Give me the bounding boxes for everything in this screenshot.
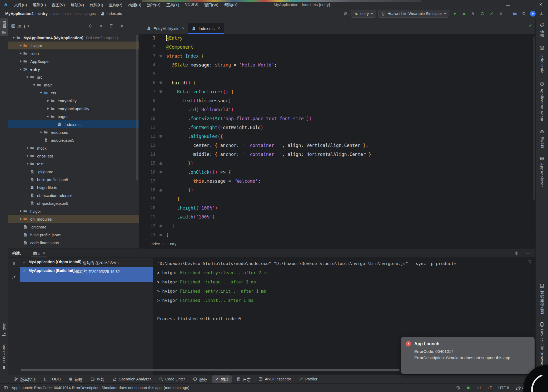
device-select[interactable]: Huawei Lite Wearable Simulator	[378, 10, 449, 18]
line-number[interactable]: 12	[139, 134, 155, 139]
tree-item-index.ets[interactable]: ETSIndex.ets	[8, 120, 139, 128]
build-run-item[interactable]: ✓MyApplication [Build Init]: 成功的 在2026/3…	[20, 267, 153, 282]
line-number[interactable]: 14	[139, 152, 155, 157]
tree-item-ets[interactable]: ets	[8, 89, 139, 97]
line-number[interactable]: 7	[139, 89, 155, 94]
sidebar-item-eye[interactable]: 预览器	[539, 129, 545, 148]
device-folder-button[interactable]	[511, 10, 518, 17]
line-number[interactable]: 8	[139, 98, 155, 103]
sidebar-item-bookmark[interactable]: Bookmarks	[2, 343, 6, 370]
toolwindow-button-服务[interactable]: 服务	[190, 375, 210, 383]
menu-item[interactable]: 编辑(E)	[30, 1, 49, 8]
tab-sync[interactable]: 同步 ×	[32, 249, 46, 257]
square-button[interactable]	[11, 260, 17, 267]
chevron-right-icon[interactable]	[18, 207, 23, 215]
sidebar-item-phone[interactable]: Device File Browser	[540, 322, 544, 367]
toolwindow-button-profiler[interactable]: Profiler	[296, 376, 320, 382]
chevron-right-icon[interactable]	[18, 215, 23, 223]
file-encoding[interactable]: UTF-8	[498, 386, 509, 390]
chevron-right-icon[interactable]	[39, 128, 44, 136]
caret-position[interactable]: 1:1	[476, 386, 481, 390]
close-button[interactable]: ×	[539, 2, 543, 7]
breadcrumb-item[interactable]: MyApplication4	[5, 12, 33, 16]
menu-item[interactable]: 文件(F)	[11, 1, 30, 8]
sidebar-item-codegenie[interactable]: GCodeGenie	[539, 45, 545, 74]
tree-item-test[interactable]: test	[8, 160, 139, 168]
floating-assistant-button[interactable]	[523, 365, 548, 392]
chevron-down-icon[interactable]	[27, 26, 29, 27]
tree-item-entryability[interactable]: entryability	[8, 97, 139, 105]
line-number[interactable]: 2	[139, 45, 155, 49]
chevron-right-icon[interactable]	[25, 144, 30, 152]
fold-marker-icon[interactable]	[155, 233, 166, 236]
toolwindow-button-问题[interactable]: 问题	[66, 375, 86, 383]
tree-item-.gitignore[interactable]: .gitignore	[8, 223, 139, 231]
fold-marker-icon[interactable]	[155, 171, 166, 174]
line-number[interactable]: 3	[139, 54, 155, 58]
bug-button[interactable]	[461, 10, 467, 17]
breadcrumb-item[interactable]: ets	[76, 12, 81, 16]
tree-item-pages[interactable]: pages	[8, 113, 139, 120]
console-horizontal-scrollbar[interactable]	[21, 369, 400, 371]
line-number[interactable]: 15	[139, 161, 155, 166]
play-button[interactable]	[451, 10, 458, 17]
project-scrollbar[interactable]	[136, 35, 138, 181]
tab-index-ets[interactable]: ETSIndex.ets×	[188, 23, 223, 34]
line-number[interactable]: 17	[139, 179, 155, 184]
collapseall-button[interactable]	[108, 23, 115, 29]
stop-button[interactable]	[497, 10, 504, 17]
tree-item-appscope[interactable]: AppScope	[8, 57, 139, 65]
line-number[interactable]: 23	[139, 232, 155, 237]
code-editor[interactable]: 1@Entry2@Component3struct Index {4 @Stat…	[139, 34, 531, 239]
tree-item-.hvigor[interactable]: .hvigor	[8, 42, 139, 49]
avatar-button[interactable]	[538, 10, 545, 17]
chevron-down-icon[interactable]	[32, 81, 37, 89]
toolwindow-button-终端[interactable]: 终端	[88, 375, 107, 383]
tree-item-.gitignore[interactable]: .gitignore	[8, 168, 139, 176]
hide-button[interactable]	[129, 23, 136, 29]
tree-item-code-linter.json5[interactable]: code-linter.json5	[8, 239, 139, 247]
build-run-button[interactable]	[488, 10, 495, 17]
fold-marker-icon[interactable]	[155, 162, 166, 165]
chevron-right-icon[interactable]	[18, 42, 23, 49]
tree-item-oh-package.json5[interactable]: oh-package.json5	[8, 199, 139, 207]
fold-marker-icon[interactable]	[155, 90, 166, 93]
breadcrumb-item[interactable]: Entry	[167, 242, 176, 246]
tree-item-module.json5[interactable]: module.json5	[8, 136, 139, 144]
chevron-down-icon[interactable]	[46, 113, 51, 120]
line-number[interactable]: 4	[139, 63, 155, 67]
fold-marker-icon[interactable]	[155, 189, 166, 192]
tree-item-build-profile.json5[interactable]: build-profile.json5	[8, 231, 139, 239]
tree-item-resources[interactable]: resources	[8, 128, 139, 136]
g-circle-icon[interactable]: G	[456, 386, 460, 390]
line-number[interactable]: 11	[139, 125, 155, 130]
chevron-right-icon[interactable]	[46, 97, 51, 105]
gear-button[interactable]	[513, 250, 520, 257]
chevron-down-icon[interactable]	[25, 73, 30, 81]
line-number[interactable]: 19	[139, 197, 155, 201]
build-run-item[interactable]: ✓MyApplication [Ohpm Install]: 成功的 在2026…	[20, 258, 153, 266]
breadcrumb-item[interactable]: src	[52, 12, 57, 16]
toolwindow-button-构建[interactable]: 构建	[212, 375, 232, 383]
menu-item[interactable]: 构建(B)	[125, 1, 144, 8]
toolwindow-button-日志[interactable]: 日志	[234, 375, 253, 383]
line-number[interactable]: 13	[139, 143, 155, 148]
line-number[interactable]: 1	[139, 36, 155, 40]
sidebar-item-bell[interactable]: 通知	[539, 23, 545, 38]
chevron-down-icon[interactable]	[12, 34, 16, 42]
sidebar-item-project[interactable]: 项目	[0, 18, 8, 36]
tab-entryability-ets[interactable]: ETSEntryAbility.ets×	[143, 23, 188, 34]
fold-marker-icon[interactable]	[155, 55, 166, 58]
soft-wrap-icon[interactable]	[527, 260, 531, 264]
search-button[interactable]	[521, 10, 527, 17]
fold-marker-icon[interactable]	[155, 225, 166, 227]
expandall-button[interactable]	[97, 23, 104, 29]
sidebar-item-database[interactable]: 数据库检查器	[539, 283, 545, 314]
toolwindow-button-todo[interactable]: TODO	[41, 376, 64, 382]
tree-item-mock[interactable]: mock	[8, 144, 139, 152]
chevron-right-icon[interactable]	[18, 57, 23, 65]
tree-item-hvigor[interactable]: hvigor	[8, 207, 139, 215]
status-message-area[interactable]: App Launch: ErrorCode: 00401014 ErrorDes…	[4, 386, 189, 390]
fold-marker-icon[interactable]	[155, 82, 166, 84]
line-number[interactable]: 18	[139, 188, 155, 192]
